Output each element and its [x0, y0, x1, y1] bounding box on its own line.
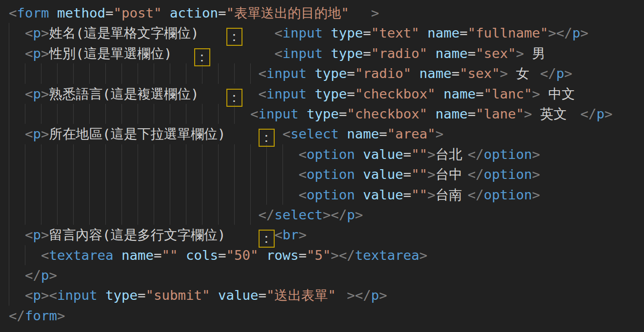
- code-token: type: [331, 23, 363, 43]
- code-token: textarea: [49, 245, 114, 265]
- code-token: value: [363, 164, 403, 184]
- code-token: =: [379, 124, 387, 144]
- code-token: =: [154, 245, 162, 265]
- code-token: name: [436, 104, 468, 124]
- code-token: >: [532, 84, 541, 104]
- code-token: </: [540, 63, 556, 83]
- code-token: =: [476, 84, 484, 104]
- code-token: >: [548, 23, 557, 43]
- code-token: br: [282, 225, 299, 245]
- code-token: option: [484, 144, 532, 164]
- code-token: 男: [524, 43, 548, 63]
- code-token: [49, 3, 58, 23]
- code-token: >: [323, 205, 331, 225]
- code-token: action: [170, 3, 218, 23]
- code-line: <p>所在地區(這是下拉選單欄位)： <select name="area">: [9, 124, 644, 144]
- code-token: <: [25, 225, 33, 245]
- code-token: >: [532, 164, 541, 184]
- code-token: [307, 84, 315, 104]
- code-token: input: [259, 104, 299, 124]
- code-token: [355, 144, 363, 164]
- code-token: "fullname": [468, 23, 548, 43]
- code-token: >: [379, 285, 387, 305]
- code-token: <: [282, 124, 291, 144]
- code-token: "": [162, 245, 178, 265]
- code-token: =: [403, 164, 412, 184]
- code-token: >: [532, 185, 541, 205]
- code-token: [427, 104, 436, 124]
- code-token: p: [597, 104, 605, 124]
- code-token: input: [266, 84, 307, 104]
- code-token: p: [33, 285, 41, 305]
- code-token: "submit": [146, 285, 210, 305]
- code-token: =: [218, 245, 226, 265]
- code-token: >: [427, 164, 436, 184]
- code-token: p: [33, 43, 41, 63]
- code-token: textarea: [355, 245, 420, 265]
- code-line: <textarea name="" cols="50" rows="5"></t…: [9, 245, 644, 265]
- code-token: >: [41, 43, 49, 63]
- code-line: </select></p>: [9, 205, 644, 225]
- code-token: 台中: [436, 164, 468, 184]
- unicode-highlight-box: ：: [194, 48, 210, 66]
- code-token: [436, 84, 444, 104]
- code-token: [307, 63, 315, 83]
- code-token: >: [427, 144, 436, 164]
- code-token: <: [275, 23, 283, 43]
- code-token: [355, 185, 363, 205]
- code-token: =: [363, 43, 371, 63]
- code-token: type: [315, 63, 347, 83]
- code-token: >: [524, 104, 532, 124]
- code-token: >: [371, 3, 380, 23]
- code-token: value: [363, 185, 403, 205]
- code-token: "表單送出的目的地": [226, 3, 371, 23]
- code-token: </: [259, 205, 275, 225]
- code-token: >: [427, 185, 436, 205]
- code-token: <: [275, 43, 283, 63]
- code-token: >: [57, 306, 65, 326]
- code-token: name: [443, 84, 476, 104]
- code-token: input: [282, 23, 323, 43]
- code-token: [355, 164, 363, 184]
- code-token: >: [41, 124, 49, 144]
- code-token: </: [25, 265, 41, 285]
- unicode-highlight-box: ：: [259, 129, 275, 147]
- code-token: "text": [371, 23, 420, 43]
- code-token: option: [307, 144, 355, 164]
- code-line: <p><input type="submit" value="送出表單"></p…: [9, 285, 644, 305]
- code-line: <option value="">台中</option>: [9, 164, 644, 184]
- code-token: >: [532, 144, 541, 164]
- code-token: p: [556, 63, 564, 83]
- code-token: </: [468, 185, 484, 205]
- code-token: =: [347, 63, 355, 83]
- code-token: <: [259, 63, 267, 83]
- code-token: </: [331, 205, 347, 225]
- code-token: input: [282, 43, 323, 63]
- code-token: >: [331, 245, 339, 265]
- code-token: <: [49, 285, 58, 305]
- code-token: form: [17, 3, 49, 23]
- code-token: [323, 23, 331, 43]
- code-token: </: [468, 164, 484, 184]
- code-token: [323, 43, 331, 63]
- code-token: >: [604, 104, 613, 124]
- code-token: "": [411, 185, 427, 205]
- code-token: =: [299, 245, 307, 265]
- code-token: select: [275, 205, 323, 225]
- code-token: 台北: [436, 144, 468, 164]
- code-token: <: [25, 285, 33, 305]
- code-token: p: [347, 205, 355, 225]
- code-token: >: [41, 285, 49, 305]
- code-line: <p>姓名(這是單格文字欄位)： <input type="text" name…: [9, 23, 644, 43]
- code-line: <option value="">台南</option>: [9, 185, 644, 205]
- code-token: [420, 23, 428, 43]
- code-token: "checkbox": [355, 84, 436, 104]
- code-token: "送出表單": [266, 285, 347, 305]
- code-token: <: [250, 104, 259, 124]
- code-token: =: [218, 3, 226, 23]
- code-editor[interactable]: <form method="post" action="表單送出的目的地"><p…: [0, 0, 644, 332]
- code-token: [242, 84, 259, 104]
- code-token: =: [347, 84, 355, 104]
- code-token: input: [266, 63, 307, 83]
- code-token: <: [299, 185, 307, 205]
